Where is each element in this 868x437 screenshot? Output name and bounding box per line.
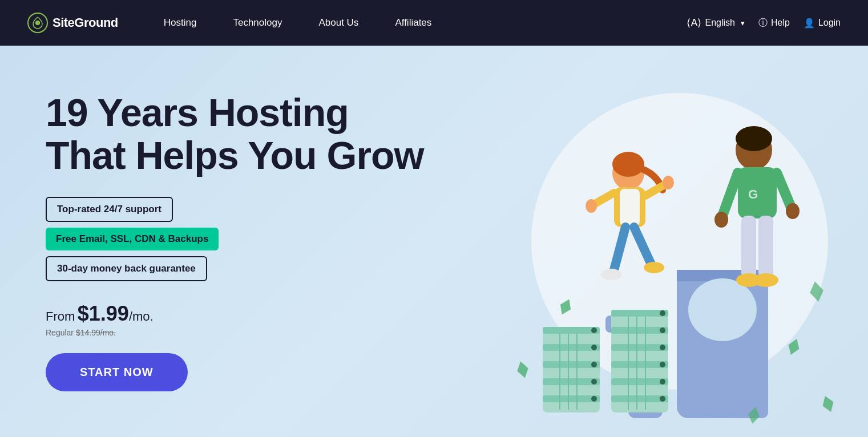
svg-rect-57 [758,216,773,278]
start-now-button[interactable]: START NOW [46,353,188,391]
hero-title-line1: 19 Years Hosting [46,91,349,134]
badge-free-features: Free Email, SSL, CDN & Backups [46,228,219,250]
hero-content: 19 Years Hosting That Helps You Grow Top… [46,91,423,392]
hero-illustration: G [469,46,868,437]
svg-point-31 [660,310,665,316]
nav-item-affiliates[interactable]: Affiliates [377,0,450,46]
translate-icon: ⟨A⟩ [687,17,701,29]
nav-item-technology[interactable]: Technology [215,0,300,46]
svg-marker-64 [515,360,530,379]
svg-point-47 [663,176,674,189]
help-link[interactable]: ⓘ Help [758,17,790,29]
svg-point-1 [35,21,40,25]
badge-money-back: 30-day money back guarantee [46,256,207,281]
hero-title: 19 Years Hosting That Helps You Grow [46,91,423,177]
price-amount: $1.99 [78,302,129,325]
svg-rect-9 [742,333,768,418]
svg-point-45 [586,199,597,213]
svg-point-33 [660,345,665,350]
price-from-label: From [46,309,75,323]
nav-links: Hosting Technology About Us Affiliates [146,0,687,46]
svg-point-59 [753,273,778,287]
hero-badges: Top-rated 24/7 support Free Email, SSL, … [46,197,423,281]
language-label: English [705,18,734,28]
hero-title-line2: That Helps You Grow [46,133,423,177]
login-label: Login [818,18,841,28]
svg-point-50 [601,269,621,280]
svg-point-53 [736,126,772,151]
nav-right: ⟨A⟩ English ⓘ Help 👤 Login [687,17,841,29]
hero-section: 19 Years Hosting That Helps You Grow Top… [0,46,868,437]
price-regular-label: Regular [46,328,74,337]
svg-rect-56 [741,216,756,278]
svg-point-19 [591,379,597,385]
nav-item-about-us[interactable]: About Us [300,0,377,46]
svg-point-16 [591,327,597,333]
svg-marker-68 [819,394,836,414]
svg-point-35 [660,379,665,385]
site-logo[interactable]: SiteGround [27,13,118,33]
svg-rect-43 [620,189,640,226]
logo-text: SiteGround [53,15,118,30]
language-selector[interactable]: ⟨A⟩ English [687,17,745,29]
svg-point-32 [660,327,665,333]
svg-point-36 [660,396,665,402]
svg-point-63 [786,203,800,219]
hero-illustration-svg: G [474,53,862,430]
help-label: Help [771,18,790,28]
help-icon: ⓘ [758,17,768,29]
price-period: /mo. [129,309,154,323]
login-icon: 👤 [804,18,815,29]
svg-text:G: G [748,187,758,201]
svg-point-17 [591,345,597,350]
svg-point-8 [688,278,757,341]
login-link[interactable]: 👤 Login [804,18,841,29]
hero-price: From $1.99/mo. Regular $14.99/mo. [46,302,423,337]
svg-point-20 [591,396,597,402]
logo-icon [27,13,48,33]
navbar: SiteGround Hosting Technology About Us A… [0,0,868,46]
chevron-down-icon [738,19,745,27]
svg-point-34 [660,362,665,367]
svg-point-18 [591,362,597,367]
svg-point-51 [644,262,664,273]
price-regular-value: $14.99/mo. [76,328,116,337]
nav-item-hosting[interactable]: Hosting [146,0,215,46]
svg-point-61 [714,212,728,228]
price-regular: Regular $14.99/mo. [46,328,423,337]
svg-point-41 [612,152,644,177]
badge-support: Top-rated 24/7 support [46,197,173,222]
